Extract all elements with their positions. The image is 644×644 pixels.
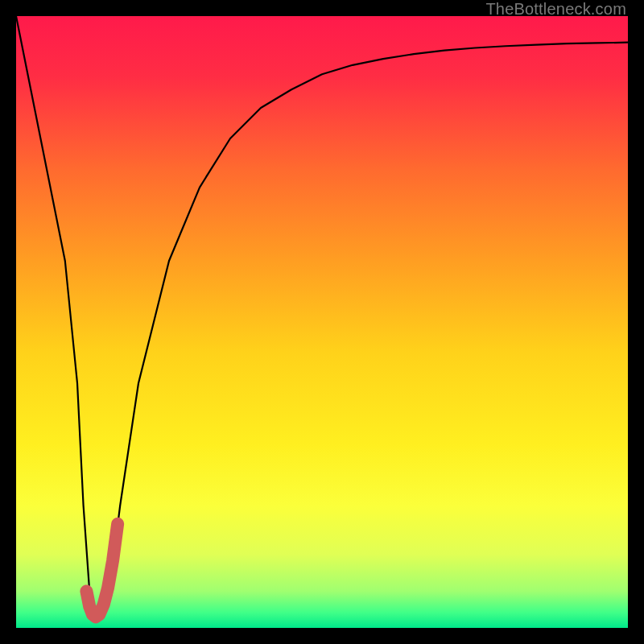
chart-frame: TheBottleneck.com [0,0,644,644]
bottleneck-curve [16,16,628,616]
plot-area [16,16,628,628]
curve-layer [16,16,628,628]
highlight-segment [86,524,118,617]
